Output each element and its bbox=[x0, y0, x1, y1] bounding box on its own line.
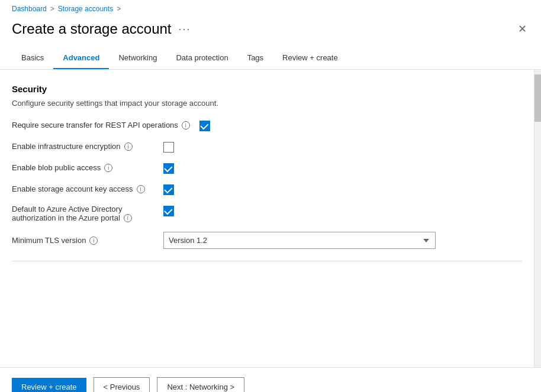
header-left: Create a storage account ··· bbox=[12, 21, 191, 37]
tab-data-protection[interactable]: Data protection bbox=[166, 47, 237, 69]
setting-label-blob-public-access: Enable blob public access i bbox=[12, 162, 154, 172]
breadcrumb: Dashboard > Storage accounts > bbox=[0, 0, 541, 15]
tls-row: Minimum TLS version i Version 1.0 Versio… bbox=[12, 232, 522, 249]
setting-text-require-secure-transfer: Require secure transfer for REST API ope… bbox=[12, 121, 178, 129]
tab-bar: Basics Advanced Networking Data protecti… bbox=[0, 47, 541, 70]
setting-row-key-access: Enable storage account key access i bbox=[12, 183, 522, 195]
setting-row-infrastructure-encryption: Enable infrastructure encryption i bbox=[12, 141, 522, 153]
breadcrumb-sep1: > bbox=[50, 5, 54, 13]
tab-advanced[interactable]: Advanced bbox=[53, 47, 109, 69]
tls-label: Minimum TLS version i bbox=[12, 236, 154, 245]
breadcrumb-sep2: > bbox=[117, 5, 121, 13]
checkbox-wrapper-azure-ad bbox=[163, 205, 174, 216]
checkbox-key-access[interactable] bbox=[163, 184, 174, 195]
scrollbar-track[interactable] bbox=[534, 70, 541, 367]
next-button[interactable]: Next : Networking > bbox=[157, 377, 244, 392]
tab-basics[interactable]: Basics bbox=[12, 47, 53, 69]
setting-text-infrastructure-encryption: Enable infrastructure encryption bbox=[12, 142, 121, 151]
previous-button[interactable]: < Previous bbox=[94, 377, 150, 392]
info-icon-require-secure-transfer[interactable]: i bbox=[182, 121, 190, 129]
tab-review-create[interactable]: Review + create bbox=[273, 47, 347, 69]
main-content: Security Configure security settings tha… bbox=[0, 70, 534, 367]
setting-text-azure-ad-line2: authorization in the Azure portal bbox=[12, 213, 120, 222]
tab-tags[interactable]: Tags bbox=[238, 47, 273, 69]
section-title: Security bbox=[12, 84, 522, 94]
content-divider bbox=[12, 261, 522, 261]
page-title: Create a storage account bbox=[12, 21, 172, 37]
tab-networking[interactable]: Networking bbox=[109, 47, 166, 69]
checkbox-infrastructure-encryption[interactable] bbox=[163, 142, 174, 153]
info-icon-tls[interactable]: i bbox=[89, 237, 98, 245]
setting-label-key-access: Enable storage account key access i bbox=[12, 183, 154, 193]
checkbox-azure-ad[interactable] bbox=[163, 206, 174, 216]
breadcrumb-dashboard[interactable]: Dashboard bbox=[12, 5, 47, 13]
info-icon-infrastructure-encryption[interactable]: i bbox=[124, 142, 133, 151]
setting-row-require-secure-transfer: Require secure transfer for REST API ope… bbox=[12, 119, 522, 131]
footer: Review + create < Previous Next : Networ… bbox=[0, 367, 541, 392]
setting-label-azure-ad: Default to Azure Active Directory author… bbox=[12, 205, 154, 222]
page-header: Create a storage account ··· ✕ bbox=[0, 15, 541, 47]
setting-label-require-secure-transfer: Require secure transfer for REST API ope… bbox=[12, 119, 190, 129]
tls-version-select[interactable]: Version 1.0 Version 1.1 Version 1.2 bbox=[163, 232, 436, 249]
setting-text-blob-public-access: Enable blob public access bbox=[12, 163, 101, 172]
section-description: Configure security settings that impact … bbox=[12, 99, 522, 108]
checkbox-require-secure-transfer[interactable] bbox=[199, 121, 210, 131]
setting-text-key-access: Enable storage account key access bbox=[12, 184, 133, 193]
setting-label-infrastructure-encryption: Enable infrastructure encryption i bbox=[12, 141, 154, 151]
info-icon-blob-public-access[interactable]: i bbox=[104, 164, 112, 172]
setting-text-azure-ad-line2-row: authorization in the Azure portal i bbox=[12, 213, 154, 222]
scrollbar-thumb[interactable] bbox=[534, 74, 541, 122]
tls-label-text: Minimum TLS version bbox=[12, 236, 86, 245]
checkbox-wrapper-blob-public-access bbox=[163, 162, 174, 174]
review-create-button[interactable]: Review + create bbox=[12, 378, 86, 392]
close-button[interactable]: ✕ bbox=[516, 20, 529, 38]
info-icon-key-access[interactable]: i bbox=[137, 185, 145, 193]
setting-row-blob-public-access: Enable blob public access i bbox=[12, 162, 522, 174]
page-wrapper: Dashboard > Storage accounts > Create a … bbox=[0, 0, 541, 392]
checkbox-wrapper-infrastructure-encryption bbox=[163, 141, 174, 153]
breadcrumb-storage-accounts[interactable]: Storage accounts bbox=[58, 5, 113, 13]
info-icon-azure-ad[interactable]: i bbox=[124, 214, 132, 222]
checkbox-blob-public-access[interactable] bbox=[163, 163, 174, 174]
checkbox-wrapper-key-access bbox=[163, 183, 174, 195]
content-area: Security Configure security settings tha… bbox=[0, 70, 541, 367]
setting-text-azure-ad-line1: Default to Azure Active Directory bbox=[12, 205, 154, 213]
checkbox-wrapper-require-secure-transfer bbox=[199, 119, 210, 131]
setting-row-azure-ad: Default to Azure Active Directory author… bbox=[12, 205, 522, 222]
more-options-icon[interactable]: ··· bbox=[179, 23, 191, 35]
